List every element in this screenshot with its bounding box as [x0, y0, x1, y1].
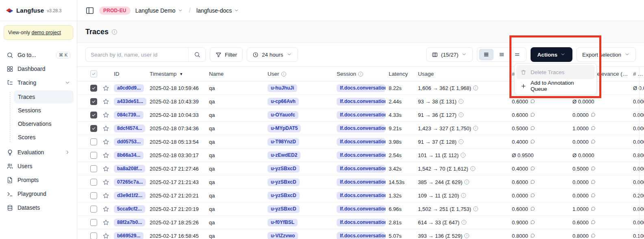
sidebar-item-evaluation[interactable]: Evaluation [3, 145, 74, 159]
column-header-session[interactable]: Session i [337, 71, 389, 77]
sidebar-item-sessions[interactable]: Sessions [14, 104, 74, 117]
table-row[interactable]: 8dcf4574...2025-02-18 07:34:36qau-MYpDAT… [77, 122, 644, 135]
row-height-large-icon[interactable] [510, 49, 524, 60]
user-badge[interactable]: u-yzSBxcD [268, 165, 300, 173]
user-badge[interactable]: u-MYpDAT5 [268, 125, 301, 132]
bookmark-star-icon[interactable] [102, 138, 109, 145]
user-badge[interactable]: u-cp66Avh [268, 98, 299, 105]
user-badge[interactable]: u-yzSBxcD [268, 178, 300, 186]
row-checkbox[interactable] [90, 138, 97, 145]
trace-id-badge[interactable]: a0cd0d9... [114, 84, 144, 92]
user-badge[interactable]: u-huJhuJi [268, 84, 297, 92]
table-row[interactable]: b669529...2025-02-17 16:58:45qau-VIZzvwo… [77, 229, 644, 239]
table-row[interactable]: 8b66a34...2025-02-18 03:30:17qau-zEwdED2… [77, 149, 644, 162]
info-icon[interactable]: i [461, 220, 466, 225]
menu-item-add-to-annotation-queue[interactable]: Add to Annotation Queue [516, 79, 595, 93]
sidebar-item-dashboard[interactable]: Dashboard [3, 62, 74, 76]
user-badge[interactable]: u-yzSBxcD [268, 192, 300, 200]
row-checkbox[interactable] [90, 125, 97, 132]
bookmark-star-icon[interactable] [102, 98, 109, 105]
session-badge[interactable]: lf.docs.conversation... [337, 111, 385, 119]
comment-bubble-icon[interactable] [591, 139, 596, 145]
sidebar-item-scores[interactable]: Scores [14, 131, 74, 144]
info-icon[interactable]: i [459, 112, 463, 117]
bookmark-star-icon[interactable] [102, 85, 109, 92]
user-badge[interactable]: u-VIZzvwo [268, 232, 298, 239]
search-input[interactable] [86, 52, 188, 58]
row-height-small-icon[interactable] [479, 49, 494, 60]
demo-project-link[interactable]: demo project [31, 30, 61, 35]
info-icon[interactable]: i [473, 86, 478, 90]
bookmark-star-icon[interactable] [102, 192, 109, 199]
info-icon[interactable]: i [112, 29, 117, 35]
sidebar-toggle-icon[interactable] [85, 6, 94, 15]
row-height-medium-icon[interactable] [494, 49, 509, 60]
comment-bubble-icon[interactable] [591, 180, 596, 185]
menu-item-delete-traces[interactable]: Delete Traces [516, 65, 595, 79]
column-header-usage[interactable]: Usage [418, 71, 512, 77]
info-icon[interactable]: i [464, 180, 469, 184]
info-icon[interactable]: i [473, 206, 478, 211]
comment-bubble-icon[interactable] [530, 220, 535, 225]
session-badge[interactable]: lf.docs.conversation... [337, 151, 385, 159]
row-checkbox[interactable] [90, 165, 97, 172]
info-icon[interactable]: i [473, 126, 478, 131]
bookmark-star-icon[interactable] [102, 112, 109, 118]
column-visibility-button[interactable]: (15/27) [426, 47, 473, 62]
bookmark-star-icon[interactable] [102, 179, 109, 186]
trace-id-badge[interactable]: 084c739... [114, 111, 144, 119]
search-submit-icon[interactable] [188, 48, 205, 61]
session-badge[interactable]: lf.docs.conversation... [337, 125, 385, 132]
table-row[interactable]: 07265c7a...2025-02-17 21:21:43qau-yzSBxc… [77, 175, 644, 189]
row-checkbox[interactable] [90, 98, 97, 105]
comment-bubble-icon[interactable] [530, 193, 535, 198]
trace-id-badge[interactable]: 88f2a7b0... [114, 219, 145, 226]
trace-id-badge[interactable]: ba8a208f... [114, 165, 145, 173]
comment-bubble-icon[interactable] [530, 112, 535, 118]
session-badge[interactable]: lf.docs.conversation... [337, 219, 385, 226]
org-switcher[interactable]: Langfuse Demo [135, 7, 183, 14]
trace-id-badge[interactable]: dd05753... [114, 138, 144, 146]
trace-id-badge[interactable]: b669529... [114, 232, 144, 239]
bookmark-star-icon[interactable] [102, 219, 109, 226]
info-icon[interactable]: i [461, 193, 466, 198]
table-row[interactable]: a433de51...2025-02-18 10:43:39qau-cp66Av… [77, 95, 644, 108]
table-row[interactable]: dd05753...2025-02-18 05:13:54qau-T98YnzD… [77, 135, 644, 149]
info-icon[interactable]: i [459, 99, 463, 104]
comment-bubble-icon[interactable] [530, 99, 535, 104]
sidebar-item-traces[interactable]: Traces [14, 90, 74, 103]
trace-id-badge[interactable]: 07265c7a... [114, 178, 146, 186]
table-row[interactable]: ba8a208f...2025-02-17 21:27:46qau-yzSBxc… [77, 162, 644, 175]
filter-button[interactable]: Filter [210, 47, 243, 62]
comment-bubble-icon[interactable] [530, 206, 535, 212]
table-row[interactable]: d3e9d1f2...2025-02-17 21:20:21qau-yzSBxc… [77, 189, 644, 202]
comment-bubble-icon[interactable] [591, 166, 596, 171]
info-icon[interactable]: i [470, 166, 475, 171]
comment-bubble-icon[interactable] [530, 233, 535, 239]
comment-bubble-icon[interactable] [530, 180, 535, 185]
session-badge[interactable]: lf.docs.conversation... [337, 84, 385, 92]
project-switcher[interactable]: langfuse-docs [196, 7, 239, 14]
info-icon[interactable]: i [459, 139, 463, 144]
comment-bubble-icon[interactable] [591, 126, 596, 131]
user-badge[interactable]: u-zEwdED2 [268, 151, 300, 159]
session-badge[interactable]: lf.docs.conversation... [337, 232, 385, 239]
row-checkbox[interactable] [90, 179, 97, 186]
session-badge[interactable]: lf.docs.conversation... [337, 165, 385, 173]
sidebar-item-playground[interactable]: Playground [3, 187, 74, 201]
column-header-user[interactable]: User i [268, 71, 337, 77]
comment-bubble-icon[interactable] [591, 206, 596, 212]
user-badge[interactable]: u-OYauofc [268, 111, 298, 119]
row-checkbox[interactable] [90, 206, 97, 213]
session-badge[interactable]: lf.docs.conversation... [337, 138, 385, 146]
table-row[interactable]: 5cca9cf2...2025-02-17 21:20:19qau-yzSBxc… [77, 202, 644, 216]
actions-button[interactable]: Actions [531, 47, 572, 62]
bookmark-star-icon[interactable] [102, 165, 109, 172]
info-icon[interactable]: i [461, 153, 466, 158]
bookmark-star-icon[interactable] [102, 125, 109, 132]
trace-id-badge[interactable]: a433de51... [114, 98, 146, 105]
bookmark-star-icon[interactable] [102, 232, 109, 239]
time-range-button[interactable]: 24 hours [247, 47, 298, 62]
session-badge[interactable]: lf.docs.conversation... [337, 178, 385, 186]
row-checkbox[interactable] [90, 232, 97, 239]
